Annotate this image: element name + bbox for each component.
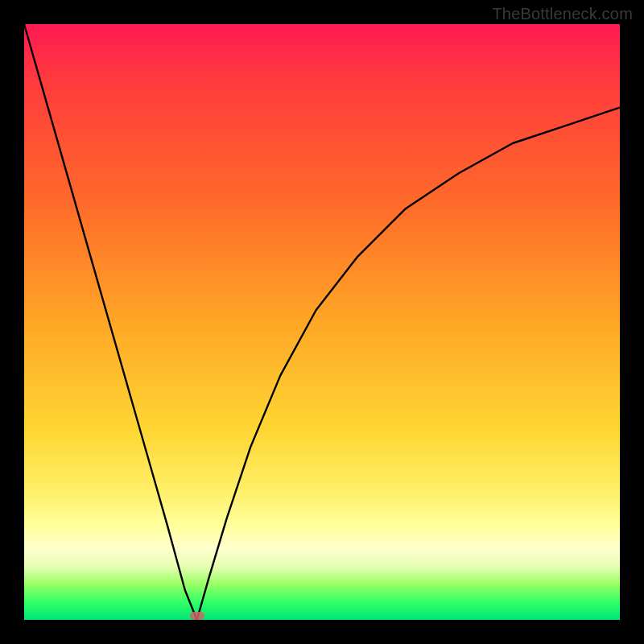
min-marker — [190, 612, 204, 620]
chart-container: TheBottleneck.com — [0, 0, 644, 644]
plot-area — [24, 24, 620, 620]
curve-right-branch — [197, 108, 620, 620]
watermark-text: TheBottleneck.com — [492, 5, 633, 23]
curve-svg — [24, 24, 620, 620]
curve-left-branch — [24, 24, 197, 620]
